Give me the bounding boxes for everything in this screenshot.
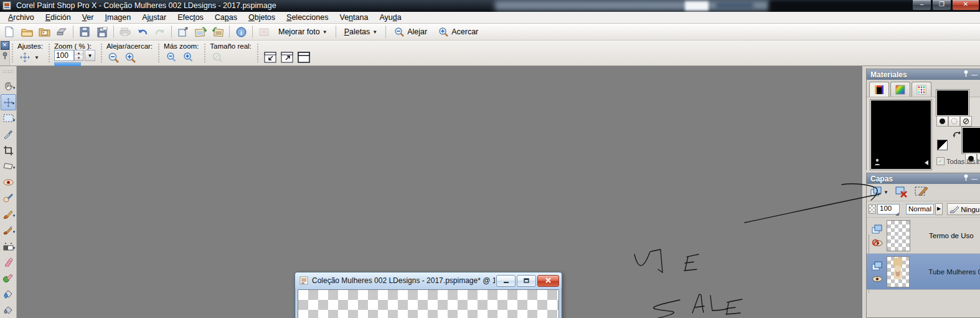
tab-frame[interactable]: [869, 82, 889, 97]
mas-zoom-out-button[interactable]: [164, 51, 179, 64]
tool-airbrush[interactable]: ▼: [1, 222, 16, 238]
full-screen-button[interactable]: [296, 51, 311, 64]
panel-minimize-icon[interactable]: —: [970, 174, 979, 183]
export-photos-button[interactable]: [210, 24, 226, 39]
zoom-spinner[interactable]: ▲▼: [74, 50, 83, 61]
tool-dropper[interactable]: [1, 127, 16, 143]
menu-archivo[interactable]: Archivo: [2, 12, 40, 22]
menu-ventana[interactable]: Ventana: [334, 12, 374, 22]
tool-makeover[interactable]: [1, 190, 16, 206]
fit-window-to-image-button[interactable]: [263, 51, 278, 64]
undo-button[interactable]: [134, 24, 151, 39]
fit-image-to-window-button[interactable]: [280, 51, 294, 64]
foreground-material-swatch[interactable]: [936, 90, 969, 116]
blend-mode-select[interactable]: Normal: [906, 204, 934, 214]
all-tools-checkbox[interactable]: ✓: [936, 157, 945, 165]
active-material-swatch[interactable]: [870, 100, 931, 170]
mas-zoom-in-button[interactable]: [181, 51, 196, 64]
zoom-input[interactable]: 100: [54, 50, 74, 61]
menu-capas[interactable]: Capas: [209, 12, 243, 22]
layer-name[interactable]: Tube Mulheres 002: [928, 268, 980, 276]
titlebar[interactable]: Corel Paint Shop Pro X - Coleção Mulhere…: [0, 0, 980, 12]
opacity-input[interactable]: 100◢: [877, 204, 900, 214]
black-white-reset-icon[interactable]: [937, 140, 948, 150]
layer-thumbnail[interactable]: [887, 256, 910, 287]
presets-button[interactable]: [17, 51, 32, 64]
tool-eraser[interactable]: [1, 254, 16, 271]
paletas-button[interactable]: Paletas▼: [339, 26, 383, 38]
link-set-button[interactable]: Ninguno: [947, 203, 980, 215]
tool-crop[interactable]: [1, 142, 16, 158]
doc-close-button[interactable]: [537, 275, 559, 287]
tool-paint-brush[interactable]: ▼: [1, 206, 16, 223]
panel-minimize-icon[interactable]: —: [970, 70, 979, 79]
menu-edicion[interactable]: Edición: [40, 12, 77, 22]
save-as-button[interactable]: [94, 24, 110, 39]
layer-row-termo-de-uso[interactable]: Termo de Uso: [867, 218, 980, 254]
zoom-in-button[interactable]: [123, 51, 138, 64]
screen-capture-button[interactable]: [256, 24, 272, 39]
tool-red-eye[interactable]: [1, 174, 16, 190]
tool-color-changer[interactable]: [1, 302, 16, 318]
tool-pan[interactable]: ▼: [1, 79, 16, 95]
swatch-arrow-icon[interactable]: [925, 160, 928, 165]
chevron-down-icon[interactable]: ▼: [34, 55, 39, 60]
new-button[interactable]: [1, 24, 17, 39]
tab-rainbow[interactable]: [890, 82, 910, 97]
image-info-button[interactable]: i: [233, 24, 249, 39]
delete-layer-button[interactable]: [895, 186, 908, 200]
alejar-button[interactable]: Alejar: [389, 25, 432, 39]
actual-size-button[interactable]: [210, 51, 225, 64]
print-button[interactable]: [117, 24, 133, 39]
doc-minimize-button[interactable]: [496, 275, 516, 287]
menu-objetos[interactable]: Objetos: [243, 12, 281, 22]
maximize-button[interactable]: ❐: [932, 0, 951, 11]
layer-thumbnail[interactable]: [887, 220, 910, 251]
swap-colors-icon[interactable]: [953, 130, 961, 140]
new-layer-button[interactable]: [870, 186, 882, 199]
palette-grip[interactable]: [2, 70, 14, 74]
doc-restore-button[interactable]: [517, 275, 536, 287]
import-photos-button[interactable]: [192, 24, 209, 39]
document-window[interactable]: Coleção Mulheres 002 LDesigns - 2017.psp…: [294, 272, 562, 318]
open-button[interactable]: [19, 24, 35, 39]
menu-ayuda[interactable]: Ayuda: [374, 12, 407, 22]
document-titlebar[interactable]: Coleção Mulheres 002 LDesigns - 2017.psp…: [295, 272, 562, 289]
close-button[interactable]: ✕: [952, 0, 979, 11]
chevron-down-icon[interactable]: ▼: [883, 190, 888, 195]
fg-color-button[interactable]: [936, 116, 948, 127]
menu-ajustar[interactable]: Ajustar: [136, 12, 172, 22]
zoom-dropdown-button[interactable]: ▼: [85, 50, 95, 61]
tool-flood-fill[interactable]: [1, 286, 16, 302]
pin-icon[interactable]: [2, 52, 8, 59]
background-material-swatch[interactable]: [962, 127, 980, 153]
document-canvas[interactable]: [298, 289, 559, 318]
pin-icon[interactable]: [961, 174, 970, 183]
acercar-button[interactable]: Acercar: [433, 25, 483, 39]
tab-swatches[interactable]: [912, 82, 931, 97]
pin-icon[interactable]: [961, 70, 970, 79]
menu-efectos[interactable]: Efectos: [172, 12, 209, 22]
resize-button[interactable]: [175, 24, 191, 39]
layers-panel-titlebar[interactable]: Capas — ☐: [867, 173, 980, 184]
palette-close-icon[interactable]: ✕: [1, 41, 9, 50]
materials-panel-titlebar[interactable]: Materiales — ☐: [867, 69, 980, 80]
minimize-button[interactable]: –: [912, 0, 931, 11]
blend-mode-arrow-icon[interactable]: ▶: [935, 203, 943, 215]
menu-imagen[interactable]: Imagen: [99, 12, 136, 22]
fg-texture-button[interactable]: [948, 116, 960, 127]
mejorar-foto-button[interactable]: Mejorar foto▼: [273, 26, 332, 38]
layer-row-tube-mulheres[interactable]: Tube Mulheres 002: [867, 254, 980, 290]
menu-selecciones[interactable]: Selecciones: [281, 12, 334, 22]
edit-selection-button[interactable]: [915, 185, 930, 200]
tool-straighten[interactable]: ▼: [1, 158, 16, 175]
fg-transparent-button[interactable]: [960, 116, 972, 127]
browse-button[interactable]: [36, 24, 52, 39]
tool-background-eraser[interactable]: [1, 270, 16, 286]
scan-button[interactable]: [54, 24, 70, 39]
tool-lighten-darken[interactable]: ▼: [1, 238, 16, 254]
eye-visible-icon[interactable]: [872, 276, 883, 282]
eye-hidden-icon[interactable]: [872, 239, 883, 247]
zoom-out-button[interactable]: [106, 51, 121, 64]
tool-move[interactable]: ▼: [1, 94, 16, 110]
